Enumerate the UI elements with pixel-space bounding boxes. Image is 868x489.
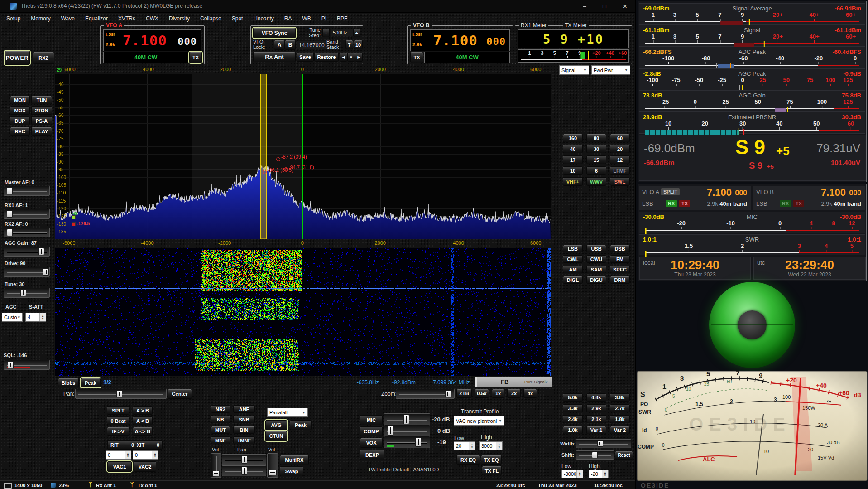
vfoop-0beat[interactable]: 0 Beat	[107, 416, 129, 425]
comp-button[interactable]: COMP	[360, 426, 383, 436]
filter-10k[interactable]: 1.0k	[563, 426, 583, 434]
rx2-pan-thumb[interactable]	[241, 467, 247, 475]
toggle-play[interactable]: PLAY	[31, 127, 52, 136]
swap-button[interactable]: Swap	[280, 466, 303, 476]
agc-mode-select[interactable]: Custo▼	[2, 313, 23, 322]
ctun-button[interactable]: CTUN	[265, 431, 287, 441]
vfoop-splt[interactable]: SPLT	[107, 406, 129, 415]
stepper-arrows-icon[interactable]: ▲▼	[496, 442, 502, 450]
tx-eq-button[interactable]: TX EQ	[481, 455, 502, 465]
comp-slider[interactable]	[384, 425, 430, 437]
rx1-vol-thumb[interactable]	[212, 471, 220, 476]
band-wwv[interactable]: WWV	[586, 177, 606, 186]
vox-thumb[interactable]	[415, 437, 421, 447]
dsp-nr2[interactable]: NR2	[211, 405, 230, 413]
mic-button[interactable]: MIC	[360, 415, 383, 425]
memory-frequency-field[interactable]: 14.167000	[297, 41, 327, 49]
toggle-mon[interactable]: MON	[10, 96, 30, 104]
mode-spec[interactable]: SPEC	[610, 266, 630, 273]
rx-ant-button[interactable]: Rx Ant	[253, 52, 296, 62]
tx-low-stepper[interactable]: 20▲▼	[454, 441, 475, 450]
dsp-anf[interactable]: ANF	[233, 405, 255, 413]
filter-width-slider[interactable]	[576, 439, 631, 448]
tune-step-down-button[interactable]: -	[322, 29, 330, 37]
xit-stepper[interactable]: 0▲▼	[133, 450, 158, 460]
menu-cwx[interactable]: CWX	[146, 15, 158, 22]
menu-setup[interactable]: Setup	[6, 15, 20, 22]
band-down-button[interactable]: ▼	[347, 53, 355, 62]
slider-drive[interactable]	[4, 267, 50, 277]
slider-rx1-af[interactable]	[4, 209, 50, 219]
stepper-arrows-icon[interactable]: ▲▼	[125, 451, 131, 459]
menu-linearity[interactable]: Linearity	[253, 15, 273, 22]
minimize-button[interactable]: –	[575, 0, 594, 12]
rx-meter-source-select[interactable]: Signal▼	[559, 65, 589, 75]
shift-reset-button[interactable]: Reset	[615, 451, 633, 460]
menu-xvtrs[interactable]: XVTRs	[118, 15, 135, 22]
dsp-snb[interactable]: SNB	[233, 416, 255, 423]
band-6[interactable]: 6	[586, 166, 606, 175]
band-60[interactable]: 60	[610, 134, 630, 142]
toggle-mox[interactable]: MOX	[10, 106, 30, 115]
toggle-dup[interactable]: DUP	[10, 116, 30, 125]
dsp-nb[interactable]: NB	[211, 416, 230, 423]
restore-button[interactable]: Restore	[314, 53, 339, 62]
filter-50k[interactable]: 5.0k	[563, 393, 583, 402]
filter-var1[interactable]: Var 1	[586, 426, 606, 434]
filter-29k[interactable]: 2.9k	[586, 404, 606, 412]
rx1-vol-slider[interactable]	[211, 453, 221, 478]
toggle-psa[interactable]: PS-A	[31, 116, 52, 125]
zoom-thumb[interactable]	[445, 390, 451, 397]
menu-spot[interactable]: Spot	[232, 15, 243, 22]
slider-agc-gain[interactable]	[4, 247, 50, 257]
zoom-slider[interactable]	[396, 389, 455, 399]
satt-stepper[interactable]: 4▲▼	[25, 313, 46, 322]
dsp-mnf[interactable]: MNF	[211, 436, 230, 444]
blobs-button[interactable]: Blobs	[58, 378, 79, 387]
filter-21k[interactable]: 2.1k	[586, 415, 606, 423]
slider-tune[interactable]	[4, 288, 50, 298]
menu-pi[interactable]: PI	[321, 15, 326, 22]
zoom-05x[interactable]: 0.5x	[475, 389, 489, 398]
toggle-tun[interactable]: TUN	[31, 96, 52, 104]
band-17[interactable]: 17	[563, 155, 583, 164]
xit-button[interactable]: XIT0	[134, 440, 163, 450]
filter-33k[interactable]: 3.3k	[563, 404, 583, 412]
filter-18k[interactable]: 1.8k	[610, 415, 630, 423]
vac2-button[interactable]: VAC2	[134, 461, 156, 472]
vfo-b-tx-button[interactable]: TX	[410, 52, 423, 63]
display-mode-select[interactable]: Panafall▼	[267, 408, 308, 417]
menu-memory[interactable]: Memory	[31, 15, 50, 22]
filter-high-stepper[interactable]: -20▲▼	[589, 470, 609, 478]
zoom-2x[interactable]: 2x	[507, 389, 521, 398]
rx1-pan-slider[interactable]	[222, 454, 266, 465]
zoom-1x[interactable]: 1x	[492, 389, 504, 398]
stepper-arrows-icon[interactable]: ▲▼	[602, 470, 608, 478]
band-stack-7-button[interactable]: 7	[345, 40, 353, 49]
vfo-lock-a-button[interactable]: A	[274, 40, 285, 50]
tx-meter-source-select[interactable]: Fwd Pwr▼	[591, 65, 630, 75]
filter-var2[interactable]: Var 2	[610, 426, 630, 434]
mode-cwu[interactable]: CWU	[586, 255, 606, 263]
pan-slider[interactable]	[75, 389, 167, 399]
menu-equalizer[interactable]: Equalizer	[85, 15, 108, 22]
waterfall-canvas[interactable]	[55, 248, 551, 376]
agc-marker-square[interactable]	[72, 215, 76, 219]
menu-bpf[interactable]: BPF	[337, 15, 347, 22]
stepper-arrows-icon[interactable]: ▲▼	[576, 470, 583, 478]
mic-gain-slider[interactable]	[384, 413, 430, 426]
close-button[interactable]: ×	[615, 0, 635, 12]
vfo-sync-button[interactable]: VFO Sync	[253, 28, 296, 38]
peak-button[interactable]: Peak	[81, 378, 101, 387]
mode-fm[interactable]: FM	[610, 255, 630, 263]
vfo-lock-b-button[interactable]: B	[285, 40, 296, 50]
save-button[interactable]: Save	[297, 53, 314, 62]
rit-stepper[interactable]: 0▲▼	[106, 450, 131, 460]
menu-wb[interactable]: WB	[302, 15, 311, 22]
mode-sam[interactable]: SAM	[586, 266, 606, 273]
vox-button[interactable]: VOX	[360, 438, 383, 448]
tx-fl-button[interactable]: TX FL	[482, 466, 502, 475]
shift-thumb[interactable]	[592, 452, 598, 458]
filter-44k[interactable]: 4.4k	[586, 393, 606, 402]
mic-gain-thumb[interactable]	[403, 415, 409, 424]
